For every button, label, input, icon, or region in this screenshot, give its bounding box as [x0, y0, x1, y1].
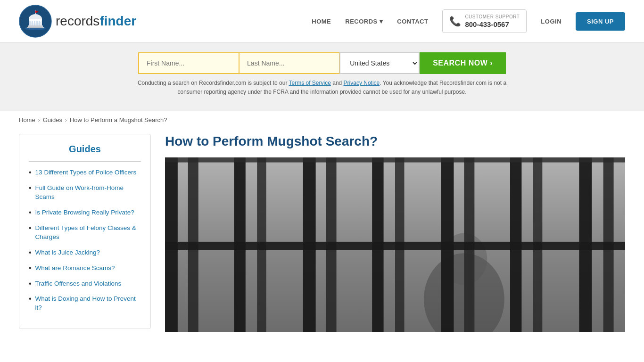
sidebar-link[interactable]: 13 Different Types of Police Officers — [35, 168, 137, 177]
main-nav: HOME RECORDS ▾ CONTACT 📞 CUSTOMER SUPPOR… — [312, 9, 625, 33]
nav-home[interactable]: HOME — [312, 18, 331, 25]
sidebar-list-item: • 13 Different Types of Police Officers — [29, 168, 141, 177]
sidebar-list-item: • Is Private Browsing Really Private? — [29, 208, 141, 217]
privacy-link[interactable]: Privacy Notice — [344, 80, 380, 86]
sidebar-list-item: • Full Guide on Work-from-Home Scams — [29, 184, 141, 202]
breadcrumb-sep-2: › — [65, 117, 67, 123]
svg-rect-4 — [29, 21, 31, 25]
list-bullet: • — [29, 169, 32, 176]
svg-rect-32 — [165, 157, 625, 163]
support-number: 800-433-0567 — [465, 20, 520, 29]
sidebar-list-item: • Traffic Offenses and Violations — [29, 280, 141, 288]
search-section: United States Canada United Kingdom SEAR… — [0, 43, 644, 111]
breadcrumb-sep-1: › — [38, 117, 40, 123]
svg-rect-10 — [27, 27, 44, 28]
sidebar-list-item: • What is Doxing and How to Prevent it? — [29, 295, 141, 313]
sidebar-link[interactable]: Full Guide on Work-from-Home Scams — [35, 184, 141, 202]
list-bullet: • — [29, 209, 32, 216]
article-image — [165, 157, 625, 332]
signup-button[interactable]: SIGN UP — [576, 12, 625, 31]
sidebar-link[interactable]: What is Juice Jacking? — [35, 248, 100, 257]
search-row: United States Canada United Kingdom SEAR… — [138, 52, 506, 74]
records-dropdown-icon: ▾ — [380, 18, 383, 25]
support-text: CUSTOMER SUPPORT 800-433-0567 — [465, 14, 520, 29]
last-name-input[interactable] — [239, 52, 339, 74]
breadcrumb-home[interactable]: Home — [19, 116, 35, 123]
support-button[interactable]: 📞 CUSTOMER SUPPORT 800-433-0567 — [442, 9, 527, 33]
site-header: recordsfinder HOME RECORDS ▾ CONTACT 📞 C… — [0, 0, 644, 43]
svg-rect-33 — [165, 242, 625, 250]
svg-rect-7 — [36, 21, 38, 25]
sidebar-link[interactable]: Traffic Offenses and Violations — [35, 280, 122, 288]
list-bullet: • — [29, 264, 32, 272]
first-name-input[interactable] — [138, 52, 239, 74]
login-button[interactable]: LOGIN — [541, 18, 561, 25]
sidebar-link[interactable]: What are Romance Scams? — [35, 264, 115, 273]
breadcrumb: Home › Guides › How to Perform a Mugshot… — [0, 111, 644, 129]
sidebar-link[interactable]: What is Doxing and How to Prevent it? — [35, 295, 141, 313]
breadcrumb-guides[interactable]: Guides — [43, 116, 62, 123]
list-bullet: • — [29, 184, 32, 192]
terms-link[interactable]: Terms of Service — [289, 80, 331, 86]
nav-contact[interactable]: CONTACT — [397, 18, 428, 25]
list-bullet: • — [29, 224, 32, 232]
support-label: CUSTOMER SUPPORT — [465, 14, 520, 20]
sidebar: Guides • 13 Different Types of Police Of… — [19, 134, 151, 329]
sidebar-link[interactable]: Different Types of Felony Classes & Char… — [35, 224, 141, 242]
sidebar-link[interactable]: Is Private Browsing Really Private? — [35, 208, 134, 217]
sidebar-list-item: • What is Juice Jacking? — [29, 248, 141, 257]
article: How to Perform Mugshot Search? — [165, 134, 625, 332]
disclaimer-text: Conducting a search on Recordsfinder.com… — [129, 79, 515, 97]
sidebar-title: Guides — [29, 144, 141, 162]
svg-rect-9 — [28, 25, 43, 27]
logo-text: recordsfinder — [56, 14, 136, 29]
svg-rect-8 — [39, 21, 40, 25]
svg-rect-5 — [32, 21, 33, 25]
list-bullet: • — [29, 249, 32, 256]
sidebar-list: • 13 Different Types of Police Officers … — [29, 168, 141, 313]
breadcrumb-current: How to Perform a Mugshot Search? — [70, 116, 167, 123]
logo-area[interactable]: recordsfinder — [19, 5, 136, 38]
list-bullet: • — [29, 280, 32, 288]
phone-icon: 📞 — [449, 16, 461, 27]
sidebar-list-item: • What are Romance Scams? — [29, 264, 141, 273]
search-button[interactable]: SEARCH NOW › — [420, 52, 506, 74]
logo-icon — [19, 5, 52, 38]
svg-rect-6 — [34, 21, 35, 25]
sidebar-list-item: • Different Types of Felony Classes & Ch… — [29, 224, 141, 242]
main-content: Guides • 13 Different Types of Police Of… — [0, 129, 644, 337]
list-bullet: • — [29, 295, 32, 303]
nav-records[interactable]: RECORDS ▾ — [345, 18, 383, 25]
country-select[interactable]: United States Canada United Kingdom — [339, 52, 420, 74]
article-title: How to Perform Mugshot Search? — [165, 134, 625, 149]
